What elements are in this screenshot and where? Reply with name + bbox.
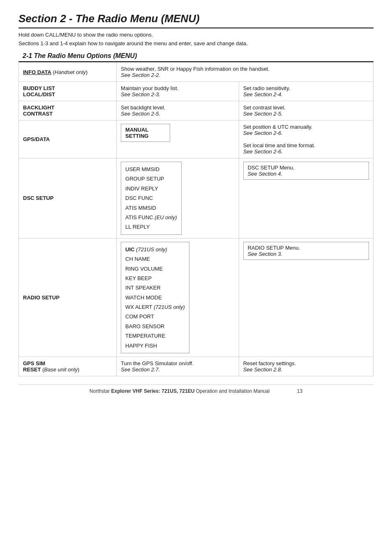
backlight-mid: Set backlight level. See Section 2-5. [117,101,239,121]
table-row: DSC SETUP USER MMSID GROUP SETUP INDIV R… [19,158,374,239]
footer-page: 13 [297,388,302,394]
info-data-text: Show weather, SNR or Happy Fish informat… [121,66,270,72]
radio-right-text: RADIO SETUP Menu. [248,245,300,251]
gps-right-see1: See Section 2-6. [243,130,283,136]
manual-setting-box: MANUAL SETTING [121,124,170,142]
gps-right: Set position & UTC manually. See Section… [239,121,373,158]
table-row: INFO DATA (Handset only) Show weather, S… [19,63,374,82]
dsc-item-3: INDIV REPLY [125,184,177,193]
row-label-backlight: BACKLIGHT CONTRAST [19,101,117,121]
backlight-right: Set contrast level. See Section 2-5. [239,101,373,121]
row-label-dsc: DSC SETUP [19,158,117,239]
buddy-right-text: Set radio sensitivity. [243,85,291,91]
gps-right-see2: See Section 2-6. [243,148,283,155]
reset-text: Reset factory settings. [243,360,296,366]
dsc-setup-label: DSC SETUP [23,195,53,201]
dsc-item-4: DSC FUNC [125,193,177,203]
dsc-right-text: DSC SETUP Menu. [248,165,295,171]
menu-table: INFO DATA (Handset only) Show weather, S… [18,62,374,376]
dsc-item-1: USER MMSID [125,165,177,174]
radio-setup-label: RADIO SETUP [23,294,60,301]
intro-text-1: Hold down CALL/MENU to show the radio me… [18,32,374,38]
dsc-item-7: LL REPLY [125,222,177,232]
backlight-see: See Section 2-5. [121,111,160,117]
gps-right-text2: Set local time and time format. [243,142,316,148]
gps-sim-mid: Turn the GPS Simulator on/off. See Secti… [117,357,239,376]
radio-item-happy: HAPPY FISH [125,341,185,350]
radio-item-chname: CH NAME [125,254,185,264]
manual-label: MANUAL [125,127,148,133]
info-data-label: INFO DATA [23,69,51,75]
footer: Northstar Explorer VHF Series: 721US, 72… [18,385,374,394]
buddy-right-see: See Section 2-4. [243,91,283,97]
radio-mid: UIC (721US only) CH NAME RING VOLUME KEY… [117,238,239,357]
table-row: GPS/DATA MANUAL SETTING Set position & U… [19,121,374,158]
dsc-item-6: ATIS FUNC (EU only) [125,213,177,222]
radio-item-watch: WATCH MODE [125,293,185,302]
footer-suffix: Operation and Installation Manual [194,388,270,394]
table-row: GPS SIM RESET (Base unit only) Turn the … [19,357,374,376]
info-data-qualifier: (Handset only) [51,69,88,75]
gps-right-text1: Set position & UTC manually. [243,124,313,130]
table-row: BUDDY LIST LOCAL/DIST Maintain your budd… [19,82,374,101]
dsc-right-box: DSC SETUP Menu. See Section 4. [243,162,369,180]
reset-see: See Section 2.8. [243,366,282,373]
section-title: Section 2 - The Radio Menu (MENU) [18,12,374,28]
row-label-info-data: INFO DATA (Handset only) [19,63,117,82]
buddy-see: See Section 2-3. [121,91,160,97]
row-label-gps-data: GPS/DATA [19,121,117,158]
gps-sim-right: Reset factory settings. See Section 2.8. [239,357,373,376]
gps-mid: MANUAL SETTING [117,121,239,158]
row-label-radio-setup: RADIO SETUP [19,238,117,357]
row-label-buddy: BUDDY LIST LOCAL/DIST [19,82,117,101]
dsc-items-box: USER MMSID GROUP SETUP INDIV REPLY DSC F… [121,162,181,235]
contrast-label: CONTRAST [23,111,53,117]
radio-item-temp: TEMPERATURE [125,331,185,341]
radio-right-see: See Section 3. [248,251,283,257]
footer-prefix: Northstar [90,388,111,394]
dsc-item-2: GROUP SETUP [125,174,177,183]
contrast-see: See Section 2-5. [243,111,283,117]
backlight-label: BACKLIGHT [23,104,55,111]
buddy-mid: Maintain your buddy list. See Section 2-… [117,82,239,101]
info-data-see: See Section 2-2. [121,72,160,78]
dsc-item-5: ATIS MMSID [125,203,177,213]
info-data-description: Show weather, SNR or Happy Fish informat… [117,63,374,82]
gps-sim-label: GPS SIM [23,360,45,366]
dsc-right: DSC SETUP Menu. See Section 4. [239,158,373,239]
reset-qualifier: (Base unit only) [41,366,79,373]
radio-item-ring: RING VOLUME [125,264,185,274]
buddy-list-label: BUDDY LIST [23,85,55,91]
radio-list: UIC (721US only) CH NAME RING VOLUME KEY… [125,245,185,350]
radio-item-wx: WX ALERT (721US only) [125,302,185,312]
reset-label: RESET [23,366,41,373]
radio-items-box: UIC (721US only) CH NAME RING VOLUME KEY… [121,242,189,353]
gps-sim-text: Turn the GPS Simulator on/off. [121,360,194,366]
contrast-text: Set contrast level. [243,104,286,111]
radio-right-box: RADIO SETUP Menu. See Section 3. [243,242,369,260]
radio-item-uic: UIC (721US only) [125,245,185,254]
subsection-title: 2-1 The Radio Menu Options (MENU) [18,52,374,62]
gps-data-label: GPS/DATA [23,136,50,142]
dsc-mid: USER MMSID GROUP SETUP INDIV REPLY DSC F… [117,158,239,239]
local-dist-label: LOCAL/DIST [23,91,55,97]
gps-sim-see: See Section 2.7. [121,366,160,373]
table-row: BACKLIGHT CONTRAST Set backlight level. … [19,101,374,121]
dsc-list: USER MMSID GROUP SETUP INDIV REPLY DSC F… [125,165,177,232]
intro-text-2: Sections 1-3 and 1-4 explain how to navi… [18,40,374,46]
backlight-text: Set backlight level. [121,104,165,111]
radio-item-key: KEY BEEP [125,274,185,283]
setting-label: SETTING [125,133,148,139]
radio-item-baro: BARO SENSOR [125,322,185,331]
buddy-right: Set radio sensitivity. See Section 2-4. [239,82,373,101]
radio-item-int: INT SPEAKER [125,283,185,292]
radio-item-comport: COM PORT [125,312,185,321]
footer-bold: Explorer VHF Series: 721US, 721EU [111,388,195,394]
table-row: RADIO SETUP UIC (721US only) CH NAME RIN… [19,238,374,357]
radio-right: RADIO SETUP Menu. See Section 3. [239,238,373,357]
dsc-right-see: See Section 4. [248,171,283,177]
row-label-gps-sim: GPS SIM RESET (Base unit only) [19,357,117,376]
buddy-text: Maintain your buddy list. [121,85,178,91]
